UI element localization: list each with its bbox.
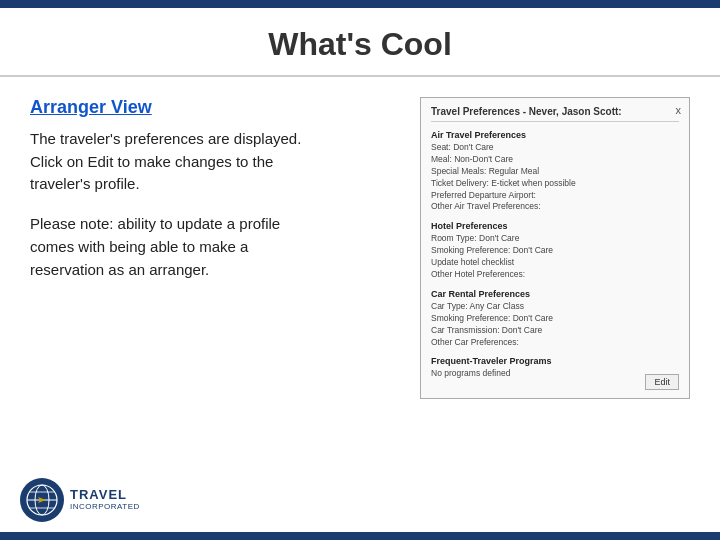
logo-area: TRAVEL Incorporated — [20, 478, 140, 522]
top-bar — [0, 0, 720, 8]
car-rental-section: Car Rental Preferences Car Type: Any Car… — [431, 289, 679, 349]
logo-circle — [20, 478, 64, 522]
pref-item: No programs defined — [431, 368, 679, 380]
pref-item: Car Type: Any Car Class — [431, 301, 679, 313]
description-line2: Click on Edit to make changes to the — [30, 153, 273, 170]
logo-text-area: TRAVEL Incorporated — [70, 488, 140, 511]
pref-item: Car Transmission: Don't Care — [431, 325, 679, 337]
description-line1: The traveler's preferences are displayed… — [30, 130, 301, 147]
pref-item: Seat: Don't Care — [431, 142, 679, 154]
pref-item: Smoking Preference: Don't Care — [431, 313, 679, 325]
air-travel-section: Air Travel Preferences Seat: Don't Care … — [431, 130, 679, 213]
pref-item: Room Type: Don't Care — [431, 233, 679, 245]
bottom-bar — [0, 532, 720, 540]
slide-container: What's Cool Arranger View The traveler's… — [0, 0, 720, 540]
content-area: Arranger View The traveler's preferences… — [0, 97, 720, 399]
hotel-section: Hotel Preferences Room Type: Don't Care … — [431, 221, 679, 281]
air-travel-title: Air Travel Preferences — [431, 130, 679, 140]
car-rental-title: Car Rental Preferences — [431, 289, 679, 299]
pref-item: Update hotel checklist — [431, 257, 679, 269]
frequent-traveler-section: Frequent-Traveler Programs No programs d… — [431, 356, 679, 380]
pref-item: Meal: Non-Don't Care — [431, 154, 679, 166]
hotel-title: Hotel Preferences — [431, 221, 679, 231]
divider — [0, 75, 720, 77]
right-panel: Travel Preferences - Never, Jason Scott:… — [420, 97, 690, 399]
description-line3: traveler's profile. — [30, 175, 140, 192]
note-line1: Please note: ability to update a profile — [30, 215, 280, 232]
globe-icon — [24, 482, 60, 518]
logo-incorporated-text: Incorporated — [70, 503, 140, 512]
travel-preferences-dialog: Travel Preferences - Never, Jason Scott:… — [420, 97, 690, 399]
pref-item: Preferred Departure Airport: — [431, 190, 679, 202]
pref-item: Special Meals: Regular Meal — [431, 166, 679, 178]
pref-item: Other Air Travel Preferences: — [431, 201, 679, 213]
left-panel: Arranger View The traveler's preferences… — [30, 97, 400, 399]
logo-travel-text: TRAVEL — [70, 488, 140, 502]
note-text: Please note: ability to update a profile… — [30, 212, 390, 282]
pref-item: Ticket Delivery: E-ticket when possible — [431, 178, 679, 190]
pref-item: Other Car Preferences: — [431, 337, 679, 349]
pref-item: Other Hotel Preferences: — [431, 269, 679, 281]
frequent-traveler-title: Frequent-Traveler Programs — [431, 356, 679, 366]
title-area: What's Cool — [0, 8, 720, 75]
arranger-view-link[interactable]: Arranger View — [30, 97, 390, 118]
slide-title: What's Cool — [0, 26, 720, 63]
edit-button[interactable]: Edit — [645, 374, 679, 390]
description-text: The traveler's preferences are displayed… — [30, 128, 390, 196]
dialog-title: Travel Preferences - Never, Jason Scott: — [431, 106, 679, 122]
close-icon[interactable]: x — [676, 104, 682, 116]
note-line2: comes with being able to make a — [30, 238, 248, 255]
note-line3: reservation as an arranger. — [30, 261, 209, 278]
pref-item: Smoking Preference: Don't Care — [431, 245, 679, 257]
